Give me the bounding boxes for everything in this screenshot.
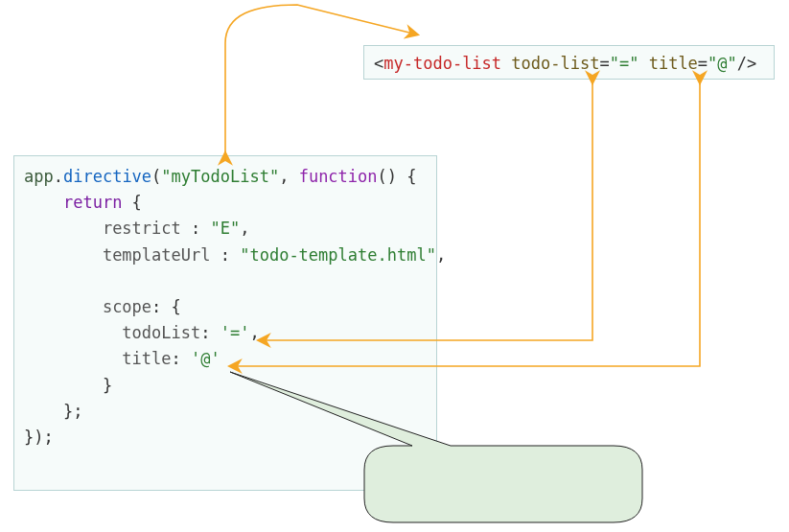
- code-line-10: };: [24, 402, 82, 421]
- html-tag-name: my-todo-list: [383, 54, 501, 73]
- code-line-8: title: '@': [24, 349, 220, 368]
- directive-name-string: "myTodoList": [161, 167, 279, 186]
- code-line-7: todoList: '=',: [24, 323, 260, 342]
- scope-key-todoList: todoList: [122, 323, 200, 342]
- js-directive-box: app.directive("myTodoList", function() {…: [13, 155, 437, 491]
- code-line-9: }: [24, 376, 112, 395]
- callout-line-2: '@' : Value is a String: [374, 480, 642, 500]
- code-line-3: restrict : "E",: [24, 219, 249, 238]
- code-line-2: return {: [24, 193, 142, 212]
- angle-open: <: [374, 54, 383, 73]
- html-snippet-box: <my-todo-list todo-list="=" title="@"/>: [363, 45, 775, 80]
- attr-title-value: "@": [708, 54, 737, 73]
- code-line-4: templateUrl : "todo-template.html",: [24, 245, 446, 265]
- code-line-6: scope: {: [24, 297, 181, 316]
- code-line-1: app.directive("myTodoList", function() {: [24, 167, 417, 186]
- attr-title: title: [649, 54, 698, 73]
- callout-line-1: '=' : Value is an expression: [374, 460, 642, 480]
- scope-val-at: '@': [191, 349, 220, 368]
- scope-val-equals: '=': [220, 323, 250, 342]
- code-line-11: });: [24, 428, 54, 447]
- scope-key-title: title: [122, 349, 171, 368]
- callout-text: '=' : Value is an expression '@' : Value…: [374, 460, 642, 500]
- attr-todo-list: todo-list: [511, 54, 599, 73]
- attr-todo-list-value: "=": [610, 54, 639, 73]
